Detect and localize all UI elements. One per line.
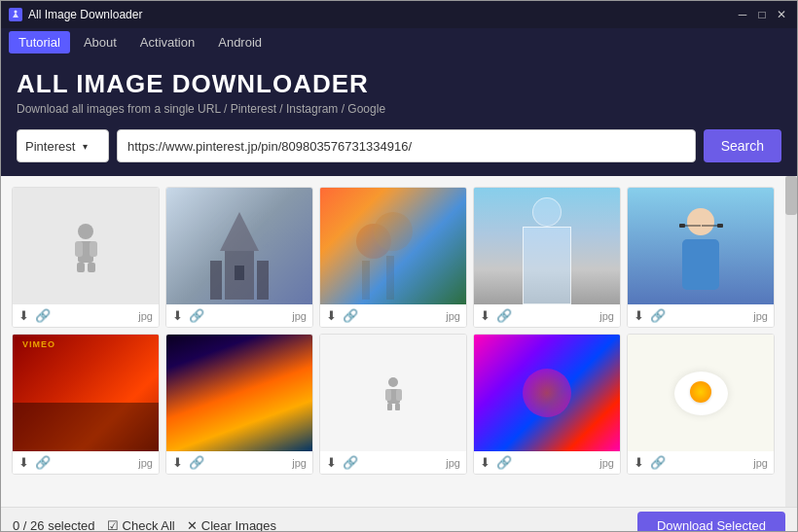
svg-point-17 — [687, 208, 714, 235]
url-input[interactable] — [117, 129, 696, 162]
menu-item-android[interactable]: Android — [208, 31, 272, 53]
svg-rect-7 — [88, 263, 95, 272]
link-icon[interactable]: 🔗 — [189, 308, 204, 323]
download-icon[interactable]: ⬇ — [172, 455, 183, 470]
svg-marker-9 — [220, 212, 259, 251]
image-grid-container: ⬇ 🔗 jpg ⬇ 🔗 jpg — [1, 176, 797, 507]
image-card[interactable]: ⬇ 🔗 jpg — [627, 334, 775, 475]
link-icon[interactable]: 🔗 — [343, 455, 358, 470]
image-actions: ⬇ 🔗 jpg — [320, 451, 466, 474]
link-icon[interactable]: 🔗 — [35, 455, 51, 470]
title-bar-title: All Image Downloader — [28, 8, 142, 21]
image-actions: ⬇ 🔗 jpg — [166, 304, 312, 327]
svg-point-1 — [15, 11, 18, 14]
image-thumb — [13, 188, 159, 304]
svg-rect-19 — [679, 224, 685, 228]
title-bar: All Image Downloader ─ □ ✕ — [1, 1, 797, 28]
svg-rect-12 — [257, 261, 269, 300]
maximize-button[interactable]: □ — [754, 7, 770, 22]
image-actions: ⬇ 🔗 jpg — [628, 451, 774, 474]
svg-rect-6 — [77, 263, 85, 272]
svg-point-2 — [78, 224, 93, 239]
image-grid: ⬇ 🔗 jpg ⬇ 🔗 jpg — [1, 176, 785, 478]
image-format: jpg — [446, 310, 460, 322]
link-icon[interactable]: 🔗 — [343, 308, 358, 323]
menu-item-activation[interactable]: Activation — [130, 31, 204, 53]
image-card[interactable]: ⬇ 🔗 jpg — [319, 187, 467, 328]
download-icon[interactable]: ⬇ — [634, 455, 644, 470]
svg-rect-10 — [235, 266, 244, 280]
check-icon: ☑ — [107, 518, 119, 532]
image-format: jpg — [753, 457, 768, 469]
download-icon[interactable]: ⬇ — [480, 308, 490, 323]
title-bar-controls: ─ □ ✕ — [735, 7, 789, 22]
image-format: jpg — [599, 310, 614, 322]
image-card[interactable]: ⬇ 🔗 jpg — [627, 187, 775, 328]
minimize-button[interactable]: ─ — [735, 7, 750, 22]
image-thumb — [628, 335, 774, 451]
image-actions: ⬇ 🔗 jpg — [474, 304, 620, 327]
image-thumb — [166, 335, 312, 451]
download-icon[interactable]: ⬇ — [18, 455, 29, 470]
svg-rect-27 — [387, 404, 392, 410]
source-label: Pinterest — [25, 139, 75, 154]
image-actions: ⬇ 🔗 jpg — [13, 451, 159, 474]
image-card[interactable]: VIMEO ⬇ 🔗 jpg — [12, 334, 160, 475]
svg-rect-18 — [682, 239, 719, 290]
image-format: jpg — [138, 457, 153, 469]
link-icon[interactable]: 🔗 — [496, 308, 512, 323]
image-thumb — [166, 188, 312, 304]
download-selected-button[interactable]: Download Selected — [637, 512, 785, 533]
search-button[interactable]: Search — [704, 129, 781, 162]
svg-rect-25 — [385, 389, 391, 401]
download-icon[interactable]: ⬇ — [326, 455, 337, 470]
header: ALL IMAGE DOWNLOADER Download all images… — [1, 55, 797, 129]
image-card[interactable]: ⬇ 🔗 jpg — [12, 187, 160, 328]
image-thumb — [474, 188, 620, 304]
download-icon[interactable]: ⬇ — [172, 308, 183, 323]
selected-count: 0 / 26 selected — [13, 518, 95, 532]
title-bar-left: All Image Downloader — [9, 8, 142, 21]
menu-bar: Tutorial About Activation Android — [1, 28, 797, 55]
image-card[interactable]: ⬇ 🔗 jpg — [473, 334, 621, 475]
image-format: jpg — [292, 457, 307, 469]
check-all-button[interactable]: ☑ Check All — [107, 518, 175, 532]
svg-rect-5 — [90, 241, 97, 257]
close-button[interactable]: ✕ — [774, 7, 789, 22]
clear-images-button[interactable]: ✕ Clear Images — [187, 518, 276, 532]
image-actions: ⬇ 🔗 jpg — [13, 304, 159, 327]
chevron-down-icon: ▾ — [83, 141, 88, 152]
link-icon[interactable]: 🔗 — [650, 455, 666, 470]
image-format: jpg — [446, 457, 460, 469]
svg-rect-4 — [75, 241, 83, 257]
image-card[interactable]: ⬇ 🔗 jpg — [473, 187, 621, 328]
image-format: jpg — [599, 457, 614, 469]
close-icon: ✕ — [187, 518, 198, 532]
download-icon[interactable]: ⬇ — [326, 308, 337, 323]
menu-item-tutorial[interactable]: Tutorial — [9, 31, 70, 53]
link-icon[interactable]: 🔗 — [650, 308, 666, 323]
image-actions: ⬇ 🔗 jpg — [166, 451, 312, 474]
link-icon[interactable]: 🔗 — [496, 455, 512, 470]
image-thumb: VIMEO — [13, 335, 159, 451]
bottom-bar: 0 / 26 selected ☑ Check All ✕ Clear Imag… — [1, 507, 797, 532]
image-card[interactable]: ⬇ 🔗 jpg — [319, 334, 467, 475]
app-title: ALL IMAGE DOWNLOADER — [17, 69, 781, 99]
image-card[interactable]: ⬇ 🔗 jpg — [165, 187, 313, 328]
svg-rect-11 — [210, 261, 222, 300]
menu-item-about[interactable]: About — [74, 31, 127, 53]
image-thumb — [628, 188, 774, 304]
svg-rect-26 — [396, 389, 402, 401]
source-dropdown[interactable]: Pinterest ▾ — [17, 129, 109, 162]
image-format: jpg — [138, 310, 153, 322]
download-icon[interactable]: ⬇ — [634, 308, 644, 323]
image-card[interactable]: ⬇ 🔗 jpg — [165, 334, 313, 475]
image-actions: ⬇ 🔗 jpg — [474, 451, 620, 474]
image-actions: ⬇ 🔗 jpg — [320, 304, 466, 327]
image-thumb — [474, 335, 620, 451]
download-icon[interactable]: ⬇ — [480, 455, 490, 470]
link-icon[interactable]: 🔗 — [189, 455, 204, 470]
link-icon[interactable]: 🔗 — [35, 308, 51, 323]
check-all-label: Check All — [123, 518, 175, 532]
download-icon[interactable]: ⬇ — [18, 308, 29, 323]
